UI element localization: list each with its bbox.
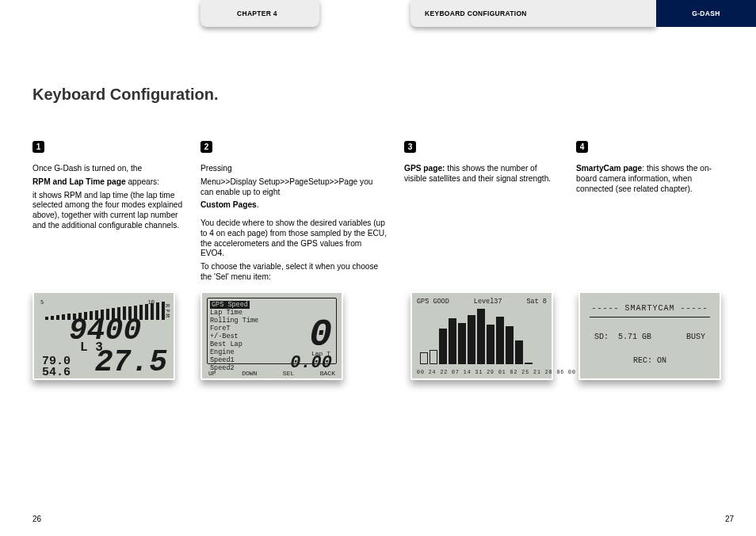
c1-line1: Once G-Dash is turned on, the xyxy=(32,164,142,173)
s2-item: Engine xyxy=(210,348,258,356)
badge-1: 1 xyxy=(32,141,44,153)
lcd-rpm-lap: 5 10 RPM 9400 L 3 79.0 54.6 27.5 xyxy=(32,291,175,380)
s4-title: ----- SMARTYCAM ----- xyxy=(580,304,720,313)
c1-afterbold: appears: xyxy=(126,177,159,186)
s3-bar xyxy=(420,352,428,364)
c2-l2: Menu>>Display Setup>>PageSetup>>Page you… xyxy=(200,177,387,198)
column-2: 2 Pressing Menu>>Display Setup>>PageSetu… xyxy=(200,141,387,286)
column-3: 3 GPS page: this shows the number of vis… xyxy=(404,141,559,286)
c3-bold: GPS page: xyxy=(404,164,445,173)
s3-bar xyxy=(515,340,523,364)
c2-bolddot: . xyxy=(257,200,259,209)
tab-chapter: CHAPTER 4 xyxy=(200,0,319,27)
s3-bar xyxy=(439,329,447,364)
c2-l3: You decide where to show the desired var… xyxy=(200,219,387,259)
s2-item: +/-Best xyxy=(210,333,258,340)
s2-item: GPS Speed xyxy=(210,301,250,309)
lcd-smartycam: ----- SMARTYCAM ----- SD: 5.71 GB BUSY R… xyxy=(578,291,721,380)
s1-laptime: 27.5 xyxy=(95,345,167,379)
s2-up: UP xyxy=(208,370,216,377)
page-title: Keyboard Configuration. xyxy=(32,86,218,104)
columns: 1 Once G-Dash is turned on, the RPM and … xyxy=(32,141,734,286)
page-number-left: 26 xyxy=(32,515,41,523)
s4-divider xyxy=(590,317,710,317)
s2-item: ForeT xyxy=(210,325,258,333)
badge-2: 2 xyxy=(200,141,212,153)
s3-bar xyxy=(449,318,456,364)
tab-brand: G-DASH xyxy=(656,0,756,27)
s3-sat: Sat 8 xyxy=(526,298,547,306)
s4-rec: REC: ON xyxy=(580,356,720,365)
c2-l4: To choose the variable, select it when y… xyxy=(200,262,387,283)
s1-ch2: 54.6 xyxy=(42,366,71,379)
s2-item: Speed1 xyxy=(210,356,258,364)
s3-bar xyxy=(430,350,437,364)
s3-good: GPS GOOD xyxy=(417,298,449,306)
c2-bold: Custom Pages xyxy=(200,200,257,209)
s4-sd-label: SD: xyxy=(594,333,609,341)
s3-bar xyxy=(487,325,494,364)
lcd-gps-page: GPS GOOD Level37 Sat 8 00 24 22 07 14 31… xyxy=(410,291,553,380)
s3-level: Level37 xyxy=(474,298,502,306)
column-1: 1 Once G-Dash is turned on, the RPM and … xyxy=(32,141,183,286)
s3-bar xyxy=(458,323,466,364)
c1-bold: RPM and Lap Time page xyxy=(32,177,126,186)
badge-3: 3 xyxy=(404,141,416,153)
s3-bar xyxy=(468,315,475,364)
s2-item: Lap Time xyxy=(210,309,258,317)
s4-busy: BUSY xyxy=(686,333,705,341)
s2-sel: SEL xyxy=(283,370,294,377)
s3-axis: 00 24 22 07 14 31 29 01 02 25 21 20 06 0… xyxy=(417,370,547,375)
badge-4: 4 xyxy=(576,141,588,153)
column-4: 4 SmartyCam page: this shows the on-boar… xyxy=(576,141,727,286)
c2-l1: Pressing xyxy=(200,164,387,174)
s4-sd-val: 5.71 GB xyxy=(618,333,651,341)
s3-bar xyxy=(477,309,485,364)
s2-down: DOWN xyxy=(242,370,257,377)
s2-list: GPS SpeedLap TimeRolling TimeForeT+/-Bes… xyxy=(210,301,258,372)
s3-bar xyxy=(525,363,533,364)
page-number-right: 27 xyxy=(725,515,734,523)
s1-scale5: 5 xyxy=(40,299,44,306)
c4-bold: SmartyCam page xyxy=(576,164,642,173)
s1-rpm-label: RPM xyxy=(164,304,170,319)
s2-footer: UP DOWN SEL BACK xyxy=(202,370,342,377)
s3-bars xyxy=(420,307,533,364)
s3-bar xyxy=(496,317,504,364)
s2-item: Best Lap xyxy=(210,340,258,348)
top-tabs: CHAPTER 4 KEYBOARD CONFIGURATION G-DASH xyxy=(0,0,756,29)
s2-item: Rolling Time xyxy=(210,317,258,325)
s3-bar xyxy=(506,326,514,364)
lcd-custom-page-menu: GPS SpeedLap TimeRolling TimeForeT+/-Bes… xyxy=(200,291,343,380)
tab-section: KEYBOARD CONFIGURATION xyxy=(410,0,656,27)
c1-rest: it shows RPM and lap time (the lap time … xyxy=(32,191,183,231)
s2-back: BACK xyxy=(320,370,335,377)
